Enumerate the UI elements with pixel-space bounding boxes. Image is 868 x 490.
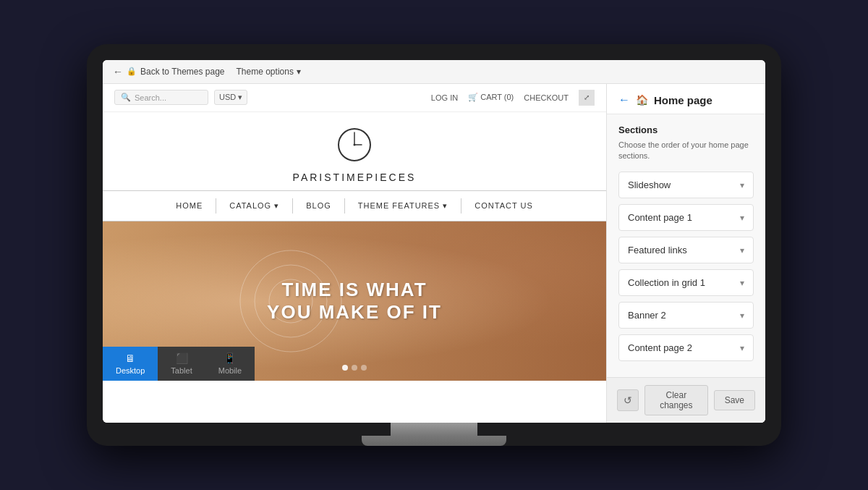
store-name-part1: PARIS [293, 172, 333, 183]
store-logo-area: PARISTIMEPIECES [103, 112, 606, 190]
section-label-featured-links: Featured links [628, 245, 687, 255]
slide-dot-2[interactable] [352, 365, 357, 371]
search-placeholder: Search... [135, 93, 166, 102]
chevron-down-icon-content1: ▾ [740, 213, 744, 223]
mobile-icon: 📱 [224, 352, 236, 364]
section-label-content1: Content page 1 [628, 212, 692, 223]
hero-line2: YOU MAKE OF IT [267, 301, 442, 323]
sections-description: Choose the order of your home page secti… [618, 140, 754, 162]
desktop-button[interactable]: 🖥 Desktop [103, 347, 158, 381]
monitor: ← 🔒 Back to Themes page Theme options ▾ … [87, 44, 781, 447]
section-item-featured-links[interactable]: Featured links ▾ [618, 237, 754, 263]
section-item-collection-grid[interactable]: Collection in grid 1 ▾ [618, 269, 754, 296]
desktop-icon: 🖥 [125, 352, 135, 364]
hero-line1: TIME IS WHAT [281, 278, 427, 300]
currency-selector[interactable]: USD ▾ [214, 90, 247, 105]
stand-neck [391, 423, 477, 436]
search-icon: 🔍 [121, 93, 131, 102]
lock-icon: 🔒 [127, 67, 137, 76]
panel-back-button[interactable]: ← [618, 94, 630, 106]
section-item-content-page-1[interactable]: Content page 1 ▾ [618, 204, 754, 231]
section-label-collection-grid: Collection in grid 1 [628, 277, 705, 288]
cart-link[interactable]: 🛒 CART (0) [468, 93, 514, 102]
store-nav-blog[interactable]: BLOG [293, 198, 345, 214]
chevron-down-icon-content2: ▾ [740, 343, 744, 353]
tablet-button[interactable]: ⬛ Tablet [158, 347, 205, 381]
back-arrow-icon: ← [113, 66, 123, 77]
mobile-label: Mobile [218, 366, 242, 375]
theme-options-arrow-icon: ▾ [297, 67, 301, 77]
chevron-down-icon-banner2: ▾ [740, 311, 744, 321]
hero-text: TIME IS WHAT YOU MAKE OF IT [267, 278, 442, 323]
device-buttons: 🖥 Desktop ⬛ Tablet 📱 Mobile [103, 347, 255, 381]
back-to-themes-link[interactable]: ← 🔒 Back to Themes page [113, 66, 225, 77]
undo-icon: ↺ [624, 394, 632, 406]
clear-changes-label: Clear changes [660, 390, 692, 410]
right-panel: ← 🏠 Home page Sections Choose the order … [606, 84, 765, 423]
tablet-icon: ⬛ [176, 352, 188, 364]
currency-label: USD [219, 93, 236, 101]
clear-changes-button[interactable]: Clear changes [644, 385, 708, 415]
monitor-screen: ← 🔒 Back to Themes page Theme options ▾ … [103, 60, 765, 423]
expand-button[interactable]: ⤢ [579, 90, 595, 106]
panel-header: ← 🏠 Home page [607, 84, 765, 114]
login-link[interactable]: LOG IN [431, 93, 458, 102]
main-content: 🔍 Search... USD ▾ LOG IN 🛒 CART (0) CHEC… [103, 84, 765, 423]
store-nav: HOME CATALOG ▾ BLOG THEME FEATURES ▾ CON… [103, 190, 606, 221]
slide-dot-3[interactable] [361, 365, 367, 371]
section-item-banner-2[interactable]: Banner 2 ▾ [618, 302, 754, 329]
chevron-down-icon-collection-grid: ▾ [740, 278, 744, 288]
desktop-label: Desktop [116, 366, 145, 375]
panel-body: Sections Choose the order of your home p… [607, 114, 765, 378]
mobile-button[interactable]: 📱 Mobile [205, 347, 255, 381]
top-bar: ← 🔒 Back to Themes page Theme options ▾ [103, 60, 765, 84]
section-label-slideshow: Slideshow [628, 179, 671, 190]
store-name-part2: TIMEPIECES [333, 172, 417, 183]
stand-base [362, 436, 506, 446]
monitor-stand [103, 423, 765, 446]
chevron-down-icon-slideshow: ▾ [740, 180, 744, 190]
section-item-slideshow[interactable]: Slideshow ▾ [618, 172, 754, 198]
hero-banner: TIME IS WHAT YOU MAKE OF IT 🖥 [103, 221, 606, 381]
theme-options-button[interactable]: Theme options ▾ [237, 67, 301, 77]
store-name: PARISTIMEPIECES [103, 172, 606, 183]
store-nav-contact[interactable]: CONTACT US [461, 198, 546, 214]
panel-title: Home page [654, 94, 712, 106]
slide-dot-active[interactable] [342, 365, 348, 371]
theme-options-label: Theme options [237, 67, 294, 77]
section-item-content-page-2[interactable]: Content page 2 ▾ [618, 334, 754, 361]
checkout-link[interactable]: CHECKOUT [524, 93, 569, 102]
search-input[interactable]: 🔍 Search... [114, 90, 208, 105]
store-nav-theme-features[interactable]: THEME FEATURES ▾ [345, 198, 461, 214]
panel-footer: ↺ Clear changes Save [607, 377, 765, 423]
save-button[interactable]: Save [714, 390, 755, 410]
chevron-down-icon-featured-links: ▾ [740, 245, 744, 255]
store-top-nav: LOG IN 🛒 CART (0) CHECKOUT ⤢ [431, 90, 595, 106]
preview-area: 🔍 Search... USD ▾ LOG IN 🛒 CART (0) CHEC… [103, 84, 606, 423]
currency-chevron-icon: ▾ [238, 93, 242, 101]
home-icon: 🏠 [636, 94, 648, 106]
clock-logo-icon [336, 127, 373, 163]
store-nav-home[interactable]: HOME [163, 198, 216, 214]
tablet-label: Tablet [171, 366, 192, 375]
save-label: Save [725, 395, 744, 405]
back-to-themes-label: Back to Themes page [140, 67, 225, 77]
sections-heading: Sections [618, 124, 754, 135]
undo-button[interactable]: ↺ [617, 389, 639, 411]
store-header: 🔍 Search... USD ▾ LOG IN 🛒 CART (0) CHEC… [103, 84, 606, 112]
hero-slide-dots [342, 365, 367, 371]
section-label-banner2: Banner 2 [628, 310, 666, 321]
section-label-content2: Content page 2 [628, 342, 692, 353]
store-nav-catalog[interactable]: CATALOG ▾ [216, 198, 293, 214]
